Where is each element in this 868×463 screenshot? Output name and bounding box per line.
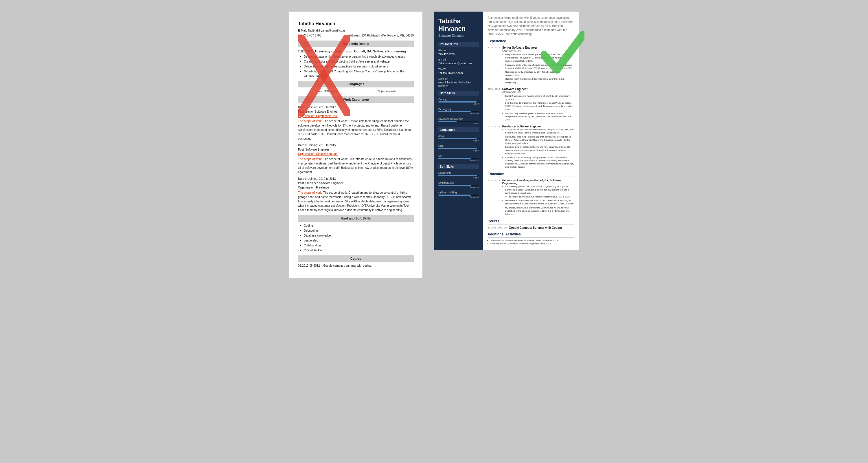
- left-header: Tabitha Hirvanen E-Mail: TabithaHirvanen…: [298, 20, 414, 38]
- list-item: Created a senior scholar project to buil…: [304, 59, 414, 64]
- exp-title-3: Freelance Software Engineer: [502, 125, 574, 128]
- left-contact-row: Tel: 773-457-2703 Address: 134 Rightward…: [298, 33, 414, 38]
- list-item: Delivered an actionable webinar on best …: [505, 199, 574, 205]
- edu-bullets-1: Pursued my passion for Java server progr…: [502, 185, 574, 216]
- sidebar-name: Tabitha Hirvanen: [438, 18, 479, 33]
- work-date-1: Date of Joining: 2015 to 2017: [298, 105, 414, 110]
- work-header: Work Experience: [298, 96, 414, 103]
- list-item: Reduced security breaches by 73% for all…: [505, 70, 574, 77]
- list-item: Critical thinking: [304, 248, 414, 253]
- list-item: Composed an app to allow voice control o…: [505, 128, 574, 134]
- exp-company-2: Cloudwallop, Inc.: [502, 91, 574, 93]
- exp-title-2: Software Engineer: [502, 87, 574, 91]
- work-date-2: Date of Joining: 2013 to 2015: [298, 143, 414, 147]
- exp-dates-2: 2013 - 2015: [488, 87, 500, 122]
- edu-title-1: University of Washington Bothell, BA, So…: [502, 179, 574, 185]
- work-entry-3: Date of Joining: 2012 to 2013 Post: Free…: [298, 177, 414, 212]
- phone-value: 773-457-2703: [438, 53, 479, 56]
- exp-bullets-1: Responsible for spearheading teams that …: [502, 53, 574, 84]
- skill-csharp: C# Advanced: [438, 154, 479, 161]
- course-section-title: Course: [488, 219, 574, 224]
- work-org-3: Organization: Freelance: [298, 185, 414, 190]
- exp-company-1: Cryptoconic, Inc.: [502, 49, 574, 52]
- academic-header: Academic Details: [298, 40, 414, 47]
- work-post-2: Post: Software Engineer: [298, 147, 414, 152]
- right-sidebar: Tabitha Hirvanen Software Engineer Perso…: [434, 11, 483, 250]
- list-item: Delivered a webinar on best practices fo…: [304, 64, 414, 69]
- exp-content-3: Freelance Software Engineer Composed an …: [502, 125, 574, 169]
- skill-coding: Coding Expert: [438, 98, 479, 105]
- tel: Tel: 773-457-2703: [298, 33, 321, 38]
- additional-section-title: Additional Activities: [488, 232, 574, 237]
- list-item: Built new search functionality into the …: [505, 145, 574, 155]
- academic-bullets: Developed passion for Java server progra…: [298, 54, 414, 78]
- work-scope-3: The scope of work: The scope of work: Cr…: [298, 191, 414, 212]
- edu-dates-1: 2008 - 2012: [488, 179, 500, 216]
- course-title-1: Google Campus: Summer with Coding: [509, 226, 574, 229]
- academic-years: 2008-2012 – University of Washington Bot…: [298, 49, 414, 54]
- skill-sql: SQL Expert: [438, 144, 479, 151]
- resume-right: Tabitha Hirvanen Software Engineer Perso…: [434, 11, 579, 250]
- email-label-r: E-mail: [438, 58, 479, 61]
- experience-section-title: Experience: [488, 39, 574, 44]
- activities-list: Shortlisted for a National Center for Wo…: [488, 239, 574, 245]
- list-item: VP of Jugger-Is, the campus machine lear…: [505, 195, 574, 198]
- left-email-row: E-Mail: TabithaHirvanen@gmail.com: [298, 28, 414, 33]
- list-item: President, XYZ University Young Women in…: [505, 156, 574, 169]
- list-item: Headed team that received 2016 BOSSIE aw…: [505, 77, 574, 84]
- list-item: Member, IAENG Society of Software Engine…: [490, 242, 574, 245]
- linkedin-label: LinkedIn: [438, 77, 479, 80]
- list-item: Database knowledge: [304, 233, 414, 238]
- languages-row: Java, SQL (expert) C# (advanced): [298, 89, 414, 93]
- skill-db: Database Knowledge Basic: [438, 118, 479, 124]
- work-post-1: Post: Senior Software Engineer: [298, 110, 414, 114]
- email-value-r: TabithaHirvanen@gmail.com: [438, 62, 479, 65]
- lang-java: Java, SQL (expert): [316, 89, 341, 93]
- edu-entry-1: 2008 - 2012 University of Washington Bot…: [488, 179, 574, 216]
- skill-java: Java Expert: [438, 135, 479, 142]
- list-item: Increased code efficiency of customer po…: [505, 63, 574, 70]
- languages-header: Languages: [298, 81, 414, 87]
- exp-title-1: Senior Software Engineer: [502, 46, 574, 49]
- sidebar-title: Software Engineer: [438, 34, 479, 37]
- exp-bullets-3: Composed an app to allow voice control o…: [502, 128, 574, 169]
- work-scope-2: The scope of work: The scope of work: Bu…: [298, 157, 414, 174]
- edu-content-1: University of Washington Bothell, BA, So…: [502, 179, 574, 216]
- email-value: TabithaHirvanen@gmail.com: [308, 29, 345, 32]
- course-content-1: Google Campus: Summer with Coding: [509, 226, 574, 229]
- lang-csharp: C# (advanced): [377, 89, 396, 93]
- skill-collab: Collaboration Advanced: [438, 181, 479, 188]
- work-entry-2: Date of Joining: 2013 to 2015 Post: Soft…: [298, 143, 414, 174]
- work-scope-1: The scope of work: The scope of work: Re…: [298, 119, 414, 141]
- list-item: Leadership: [304, 238, 414, 243]
- education-section-title: Education: [488, 172, 574, 177]
- skill-leadership: Leadership Expert: [438, 171, 479, 178]
- exp-entry-3: 2012 - 2013 Freelance Software Engineer …: [488, 125, 574, 169]
- www-label: WWW: [438, 68, 479, 71]
- resume-left: Tabitha Hirvanen E-Mail: TabithaHirvanen…: [289, 11, 423, 278]
- skills-header: Hard and Soft Skills: [298, 215, 414, 222]
- soft-skills-title: Soft Skills: [438, 164, 479, 169]
- exp-dates-1: 2015 - 2017: [488, 46, 500, 85]
- course-header: Course: [298, 255, 414, 262]
- list-item: Pursued my passion for Java server progr…: [505, 185, 574, 195]
- exp-content-2: Software Engineer Cloudwallop, Inc. Buil…: [502, 87, 574, 122]
- work-date-3: Date of Joining: 2012 to 2013: [298, 177, 414, 181]
- course-dates-1: 2012-06 - 2012-08: [488, 226, 507, 229]
- list-item: Developed passion for Java server progra…: [304, 54, 414, 59]
- exp-dates-3: 2012 - 2013: [488, 125, 500, 169]
- skills-list: Coding Debugging Database knowledge Lead…: [298, 224, 414, 253]
- work-post-3: Post: Freelance Software Engineer: [298, 181, 414, 185]
- list-item: Built security into new product features…: [505, 112, 574, 122]
- right-summary: Energetic software engineer with 5 years…: [488, 16, 574, 36]
- list-item: My article, "How Cloud Computing Will Ch…: [505, 206, 574, 216]
- exp-bullets-2: Built infrastructure to handle millions …: [502, 94, 574, 122]
- course-entry-1: 2012-06 - 2012-08 Google Campus: Summer …: [488, 226, 574, 229]
- list-item: Built a real time stock picking app that…: [505, 135, 574, 145]
- exp-content-1: Senior Software Engineer Cryptoconic, In…: [502, 46, 574, 85]
- www-value: TabithaHirvanen.com: [438, 71, 479, 75]
- course-entry: 06.2012-08.2012 – Google campus : summer…: [298, 263, 414, 268]
- list-item: Coding: [304, 224, 414, 228]
- work-org-1: Organization: Cryptoconic, Inc.: [298, 114, 414, 118]
- email-label: E-Mail:: [298, 29, 307, 32]
